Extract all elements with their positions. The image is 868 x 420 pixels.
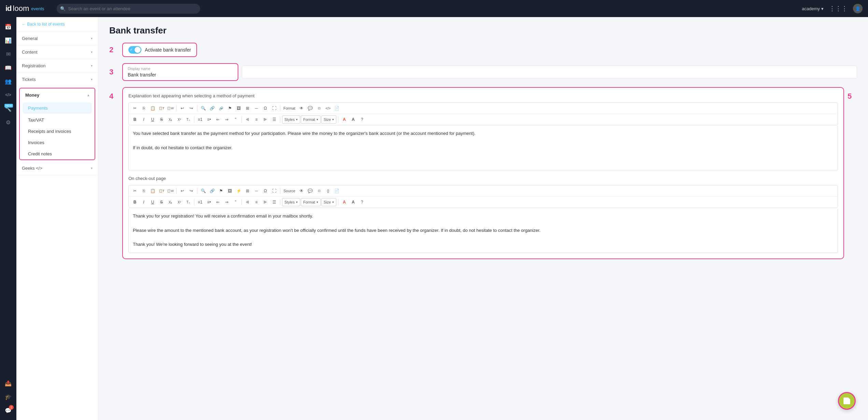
tb-fontcolor[interactable]: A xyxy=(340,115,348,124)
tb-styles-dropdown[interactable]: Styles ▾ xyxy=(282,115,300,124)
tb2-find[interactable]: 🔍 xyxy=(199,187,207,195)
nav-content-header[interactable]: Content ▾ xyxy=(16,45,98,59)
tb2-format-dropdown[interactable]: Format ▾ xyxy=(301,198,321,206)
nav-general-header[interactable]: General ▾ xyxy=(16,32,98,45)
tb2-spell[interactable]: 💬 xyxy=(306,187,314,195)
nav-registration-header[interactable]: Registration ▾ xyxy=(16,59,98,72)
tb-aligncenter[interactable]: ≡ xyxy=(252,115,261,124)
tb-templates[interactable]: 📄 xyxy=(333,104,341,112)
tb2-fontcolor[interactable]: A xyxy=(340,198,348,206)
tb2-outdent[interactable]: ⇐ xyxy=(214,198,222,206)
tb-table[interactable]: ⊞ xyxy=(243,104,252,112)
tb2-copy[interactable]: ⎘ xyxy=(140,187,148,195)
tb2-link[interactable]: 🔗 xyxy=(208,187,216,195)
sidebar-icon-people[interactable]: 👥 xyxy=(3,76,14,87)
tb2-ol[interactable]: ≡1 xyxy=(196,198,204,206)
tb2-source[interactable]: Source xyxy=(282,187,297,195)
nav-item-taxvat[interactable]: Tax/VAT xyxy=(20,114,95,126)
tb-link[interactable]: 🔗 xyxy=(208,104,216,112)
tb-help[interactable]: ? xyxy=(358,115,366,124)
tb2-image[interactable]: 🖼 xyxy=(226,187,234,195)
user-menu[interactable]: academy ▾ xyxy=(802,6,824,11)
sidebar-icon-calendar[interactable]: 📅 xyxy=(3,21,14,32)
tb-strike[interactable]: S xyxy=(157,115,166,124)
tb-subscript[interactable]: X₂ xyxy=(166,115,174,124)
tb-undo[interactable]: ↩ xyxy=(178,104,186,112)
tb2-alignright[interactable]: ⫸ xyxy=(261,198,269,206)
tb-copy[interactable]: ⎘ xyxy=(140,104,148,112)
tb2-strike[interactable]: S xyxy=(157,198,166,206)
explanation-editor[interactable]: You have selected bank transfer as the p… xyxy=(128,126,838,170)
tb2-paste[interactable]: 📋 xyxy=(149,187,157,195)
grid-icon[interactable]: ⋮⋮⋮ xyxy=(829,5,848,12)
tb2-ul[interactable]: ≡• xyxy=(205,198,213,206)
sidebar-icon-tools[interactable]: 🔧NEW xyxy=(3,103,14,114)
tb2-undo[interactable]: ↩ xyxy=(178,187,186,195)
tb-size-dropdown[interactable]: Size ▾ xyxy=(321,115,336,124)
tb-redo[interactable]: ↪ xyxy=(187,104,195,112)
tb2-bgcolor[interactable]: A xyxy=(349,198,357,206)
tb-outdent[interactable]: ⇐ xyxy=(214,115,222,124)
tb2-superscript[interactable]: X² xyxy=(175,198,183,206)
tb-paste-text[interactable]: 📋T xyxy=(157,104,166,112)
tb2-cut[interactable]: ✂ xyxy=(131,187,139,195)
tb-image[interactable]: 🖼 xyxy=(235,104,243,112)
tb-unlink[interactable]: 🔗̶ xyxy=(217,104,225,112)
tb2-maximize[interactable]: ⛶ xyxy=(270,187,278,195)
nav-item-payments[interactable]: Payments xyxy=(23,102,92,114)
sidebar-icon-email[interactable]: ✉ xyxy=(3,48,14,59)
sidebar-icon-settings[interactable]: ⚙ xyxy=(3,117,14,128)
nav-money-header[interactable]: Money ▴ xyxy=(20,88,95,102)
tb2-italic[interactable]: I xyxy=(140,198,148,206)
tb-paste[interactable]: 📋 xyxy=(149,104,157,112)
nav-item-credit-notes[interactable]: Credit notes xyxy=(20,148,95,159)
checkout-editor[interactable]: Thank you for your registration! You wil… xyxy=(128,209,838,253)
search-bar[interactable]: 🔍 xyxy=(57,4,200,14)
tb-source[interactable]: Format xyxy=(282,104,297,112)
tb-preview[interactable]: 👁 xyxy=(297,104,306,112)
tb-blockquote[interactable]: " xyxy=(232,115,240,124)
tb-bold[interactable]: B xyxy=(131,115,139,124)
display-name-field[interactable]: Display name Bank transfer xyxy=(122,63,238,81)
tb2-aligncenter[interactable]: ≡ xyxy=(252,198,261,206)
back-to-events[interactable]: ← Back to list of events xyxy=(16,17,98,32)
tb2-paste-text[interactable]: 📋T xyxy=(157,187,166,195)
tb-alignjustify[interactable]: ☰ xyxy=(270,115,278,124)
tb-special-char[interactable]: Ω xyxy=(261,104,269,112)
tb2-special-char[interactable]: Ω xyxy=(261,187,269,195)
tb2-alignjustify[interactable]: ☰ xyxy=(270,198,278,206)
tb2-flash[interactable]: ⚡ xyxy=(235,187,243,195)
tb-html[interactable]: </> xyxy=(324,104,332,112)
sidebar-icon-graduation[interactable]: 🎓 xyxy=(3,391,14,402)
sidebar-icon-chart[interactable]: 📊 xyxy=(3,35,14,46)
sidebar-icon-book[interactable]: 📖 xyxy=(3,62,14,73)
nav-geeks-header[interactable]: Geeks </> ▾ xyxy=(16,162,98,175)
tb2-help[interactable]: ? xyxy=(358,198,366,206)
nav-tickets-header[interactable]: Tickets ▾ xyxy=(16,73,98,86)
tb2-paste-word[interactable]: 📋W xyxy=(166,187,174,195)
tb2-alignleft[interactable]: ⫷ xyxy=(243,198,252,206)
tb2-templates[interactable]: 📄 xyxy=(333,187,341,195)
tb-anchor[interactable]: ⚑ xyxy=(226,104,234,112)
tb2-anchor[interactable]: ⚑ xyxy=(217,187,225,195)
tb-spell[interactable]: 💬 xyxy=(306,104,314,112)
nav-item-invoices[interactable]: Invoices xyxy=(20,137,95,148)
tb-bgcolor[interactable]: A xyxy=(349,115,357,124)
tb-paste-word[interactable]: 📋W xyxy=(166,104,174,112)
tb2-bold[interactable]: B xyxy=(131,198,139,206)
tb-alignleft[interactable]: ⫷ xyxy=(243,115,252,124)
tb2-underline[interactable]: U xyxy=(149,198,157,206)
tb-find[interactable]: 🔍 xyxy=(199,104,207,112)
tb-italic[interactable]: I xyxy=(140,115,148,124)
tb-maximize[interactable]: ⛶ xyxy=(270,104,278,112)
sidebar-icon-code[interactable]: </> xyxy=(3,89,14,100)
tb-removeformat[interactable]: Tₓ xyxy=(184,115,192,124)
activate-toggle[interactable]: ✓ xyxy=(128,46,141,54)
tb-indent[interactable]: ⇒ xyxy=(223,115,231,124)
sidebar-icon-chat[interactable]: 💬2 xyxy=(3,405,14,416)
tb2-blockquote[interactable]: " xyxy=(232,198,240,206)
tb2-selectall[interactable]: ⊡ xyxy=(315,187,323,195)
tb2-subscript[interactable]: X₂ xyxy=(166,198,174,206)
tb-cut[interactable]: ✂ xyxy=(131,104,139,112)
tb-selectall[interactable]: ⊡ xyxy=(315,104,323,112)
